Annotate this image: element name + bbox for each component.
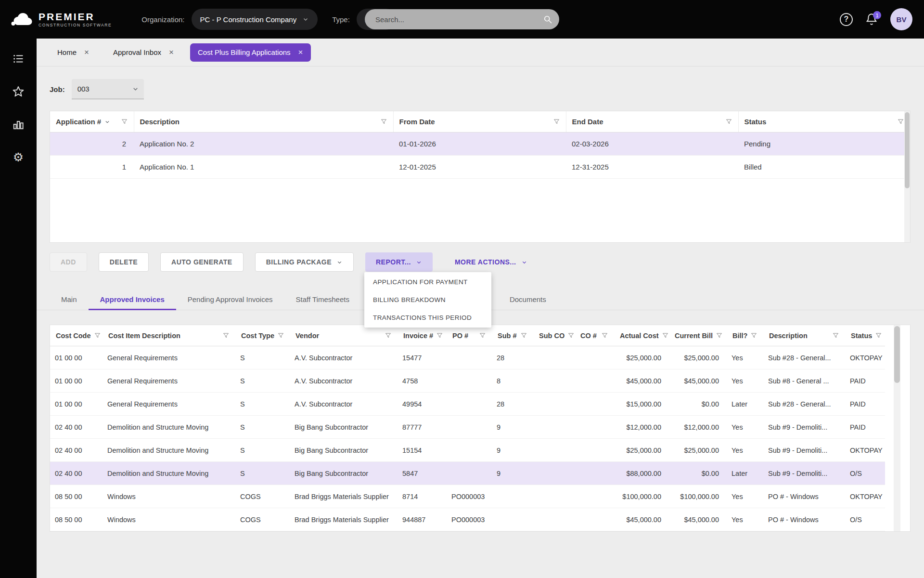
filter-icon[interactable] xyxy=(436,332,443,339)
tab-staff-timesheets[interactable]: Staff Timesheets xyxy=(284,289,361,310)
add-button[interactable]: ADD xyxy=(50,252,87,272)
close-icon[interactable]: × xyxy=(84,48,89,56)
cell-sub: 28 xyxy=(492,346,533,369)
cell-status: PAID xyxy=(845,416,885,439)
column-label: Current Bill xyxy=(675,332,713,340)
invoices-scrollbar[interactable] xyxy=(894,325,900,531)
more-actions-button[interactable]: MORE ACTIONS... xyxy=(444,252,538,272)
filter-icon[interactable] xyxy=(479,332,486,339)
application-row[interactable]: 1Application No. 112-01-202512-31-2025Bi… xyxy=(50,156,910,179)
invoice-row[interactable]: 02 40 00Demolition and Structure MovingS… xyxy=(50,416,885,439)
column-header-vendor[interactable]: Vendor xyxy=(290,325,398,346)
filter-icon[interactable] xyxy=(897,118,904,125)
invoice-row[interactable]: 01 00 00General RequirementsSA.V. Subcon… xyxy=(50,393,885,416)
filter-icon[interactable] xyxy=(832,332,839,339)
search-icon[interactable] xyxy=(543,14,552,24)
cell-sub: 9 xyxy=(492,462,533,485)
filter-icon[interactable] xyxy=(222,332,230,339)
filter-icon[interactable] xyxy=(121,118,128,125)
job-select[interactable]: 003 xyxy=(72,79,144,99)
sidebar-item-menu[interactable] xyxy=(11,51,26,66)
column-header-description[interactable]: Description xyxy=(134,111,393,132)
column-header-po[interactable]: PO # xyxy=(447,325,492,346)
column-header-end-date[interactable]: End Date xyxy=(566,111,738,132)
invoice-row[interactable]: 08 50 00WindowsCOGSBrad Briggs Materials… xyxy=(50,485,885,508)
invoice-row[interactable]: 08 50 00WindowsCOGSBrad Briggs Materials… xyxy=(50,508,885,531)
tab-documents[interactable]: Documents xyxy=(498,289,558,310)
cell-invoice: 15154 xyxy=(398,439,447,462)
filter-icon[interactable] xyxy=(750,332,757,339)
help-icon[interactable]: ? xyxy=(840,13,853,26)
applications-scrollbar[interactable] xyxy=(904,111,910,242)
cell-bill: Yes xyxy=(727,439,763,462)
invoice-row[interactable]: 02 40 00Demolition and Structure MovingS… xyxy=(50,439,885,462)
column-header-cost-code[interactable]: Cost Code xyxy=(50,325,103,346)
search-bar[interactable] xyxy=(365,9,559,29)
button-label: ADD xyxy=(61,258,76,266)
menu-item-application-for-payment[interactable]: APPLICATION FOR PAYMENT xyxy=(364,273,491,291)
filter-icon[interactable] xyxy=(380,118,387,125)
cell-po: PO000003 xyxy=(447,485,492,508)
column-header-co[interactable]: CO # xyxy=(575,325,614,346)
column-header-current-bill[interactable]: Current Bill xyxy=(669,325,727,346)
organization-select[interactable]: PC - P Construction Company xyxy=(192,9,318,30)
search-input[interactable] xyxy=(374,15,539,24)
workspace-tab-cost-plus-billing-applications[interactable]: Cost Plus Billing Applications× xyxy=(190,43,311,62)
auto-generate-button[interactable]: AUTO GENERATE xyxy=(160,252,244,272)
tab-pending-approval-invoices[interactable]: Pending Approval Invoices xyxy=(176,289,284,310)
application-row[interactable]: 2Application No. 201-01-202602-03-2026Pe… xyxy=(50,132,910,156)
column-header-from-date[interactable]: From Date xyxy=(393,111,566,132)
scrollbar-thumb[interactable] xyxy=(894,326,900,383)
filter-icon[interactable] xyxy=(277,332,284,339)
filter-icon[interactable] xyxy=(601,332,608,339)
sidebar-item-settings[interactable]: ⚙ xyxy=(11,149,26,165)
close-icon[interactable]: × xyxy=(169,48,174,56)
column-label: PO # xyxy=(452,332,468,340)
column-header-invoice[interactable]: Invoice # xyxy=(398,325,447,346)
column-header-sub[interactable]: Sub # xyxy=(492,325,533,346)
workspace-tab-home[interactable]: Home× xyxy=(50,43,97,62)
close-icon[interactable]: × xyxy=(298,48,303,56)
notifications-button[interactable]: 1 xyxy=(865,13,878,26)
tab-approved-invoices[interactable]: Approved Invoices xyxy=(89,289,176,310)
cell-vendor: Brad Briggs Materials Supplier xyxy=(290,485,398,508)
filter-icon[interactable] xyxy=(553,118,560,125)
tab-main[interactable]: Main xyxy=(50,289,89,310)
report-button[interactable]: REPORT... xyxy=(365,252,433,272)
invoices-grid: Cost CodeCost Item DescriptionCost TypeV… xyxy=(50,325,911,532)
column-header-cost-item-description[interactable]: Cost Item Description xyxy=(103,325,235,346)
filter-icon[interactable] xyxy=(875,332,882,339)
column-header-status[interactable]: Status xyxy=(845,325,885,346)
scrollbar-thumb[interactable] xyxy=(905,112,910,188)
filter-icon[interactable] xyxy=(725,118,732,125)
job-value: 003 xyxy=(77,85,90,93)
cell-po xyxy=(447,439,492,462)
column-header-description[interactable]: Description xyxy=(763,325,845,346)
billing-package-button[interactable]: BILLING PACKAGE xyxy=(255,252,354,272)
workspace-tab-approval-inbox[interactable]: Approval Inbox× xyxy=(105,43,181,62)
filter-icon[interactable] xyxy=(520,332,527,339)
column-header-actual-cost[interactable]: Actual Cost xyxy=(614,325,669,346)
filter-icon[interactable] xyxy=(716,332,723,339)
delete-button[interactable]: DELETE xyxy=(99,252,149,272)
sidebar-item-favorites[interactable] xyxy=(11,84,26,99)
column-header-application[interactable]: Application # xyxy=(50,111,134,132)
filter-icon[interactable] xyxy=(94,332,101,339)
avatar[interactable]: BV xyxy=(890,8,912,30)
menu-item-transactions-this-period[interactable]: TRANSACTIONS THIS PERIOD xyxy=(364,309,491,327)
menu-item-billing-breakdown[interactable]: BILLING BREAKDOWN xyxy=(364,291,491,309)
invoice-row[interactable]: 01 00 00General RequirementsSA.V. Subcon… xyxy=(50,346,885,369)
column-header-cost-type[interactable]: Cost Type xyxy=(235,325,290,346)
cell-status: OKTOPAY xyxy=(845,485,885,508)
invoice-row[interactable]: 01 00 00General RequirementsSA.V. Subcon… xyxy=(50,369,885,393)
filter-icon[interactable] xyxy=(385,332,392,339)
column-header-bill[interactable]: Bill? xyxy=(727,325,763,346)
invoice-row[interactable]: 02 40 00Demolition and Structure MovingS… xyxy=(50,462,885,485)
filter-icon[interactable] xyxy=(662,332,669,339)
column-header-sub-co[interactable]: Sub CO xyxy=(533,325,575,346)
cell-invoice: 15477 xyxy=(398,346,447,369)
filter-icon[interactable] xyxy=(567,332,575,339)
main-content: Home×Approval Inbox×Cost Plus Billing Ap… xyxy=(37,39,924,578)
sidebar-item-reports[interactable] xyxy=(11,117,26,132)
column-header-status[interactable]: Status xyxy=(738,111,910,132)
